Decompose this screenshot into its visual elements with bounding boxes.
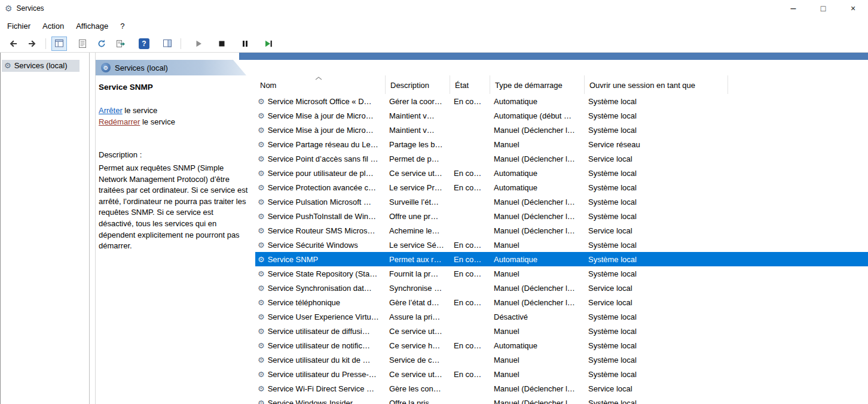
table-row[interactable]: ⚙ Service User Experience Virtu… Assure … [255,309,868,324]
table-row[interactable]: ⚙ Service téléphonique Gère l’état d… En… [255,295,868,309]
service-gear-icon: ⚙ [258,356,265,364]
service-gear-icon: ⚙ [258,313,265,321]
service-gear-icon: ⚙ [258,399,265,404]
column-header-ouvrir-session[interactable]: Ouvrir une session en tant que [585,75,728,94]
start-service-button[interactable] [191,37,206,51]
pause-icon [240,39,250,48]
service-startup-cell: Manuel (Déclencher l… [490,396,585,404]
service-gear-icon: ⚙ [258,342,265,350]
show-console-tree-button[interactable] [51,37,67,51]
table-row[interactable]: ⚙ Service Microsoft Office « D… Gérer la… [255,94,868,108]
service-logon-cell: Système local [585,338,728,353]
service-logon-cell: Service local [585,151,728,166]
service-gear-icon: ⚙ [258,184,265,192]
service-state-cell: En co… [450,166,490,180]
service-description-cell: Partage les b… [386,137,450,151]
column-header-description[interactable]: Description [386,75,450,94]
service-description-cell: Assure la pri… [386,309,450,324]
back-button[interactable] [5,37,21,51]
column-header-etat[interactable]: État [450,75,490,94]
service-description-cell: Le service Pr… [386,180,450,195]
service-logon-cell: Service local [585,381,728,396]
table-row[interactable]: ⚙ Service State Repository (Sta… Fournit… [255,266,868,281]
service-name-cell: Service utilisateur de diffusi… [268,327,370,336]
table-row[interactable]: ⚙ Service utilisateur du Presse-… Ce ser… [255,367,868,381]
service-logon-cell: Système local [585,209,728,223]
service-name-cell: Service State Repository (Sta… [268,269,378,278]
service-state-cell [450,151,490,166]
close-button[interactable]: × [838,0,868,17]
service-state-cell: En co… [450,295,490,309]
service-logon-cell: Service réseau [585,137,728,151]
menu-affichage[interactable]: Affichage [70,19,114,34]
minimize-button[interactable]: – [778,0,808,17]
restart-service-link[interactable]: Redémarrer [99,117,140,126]
table-header: Nom Description État Type de démarrage O… [255,75,868,94]
stop-service-link[interactable]: Arrêter [99,106,123,115]
console-tree-icon [54,39,64,48]
table-row[interactable]: ⚙ Service Pulsation Microsoft … Surveill… [255,195,868,209]
service-startup-cell: Manuel (Déclencher l… [490,381,585,396]
table-row[interactable]: ⚙ Service Sécurité Windows Le service Sé… [255,238,868,252]
menu-help[interactable]: ? [114,19,130,34]
service-name-cell: Service Wi-Fi Direct Service … [268,384,374,393]
service-state-cell [450,209,490,223]
table-row[interactable]: ⚙ Service Windows Insider Offre la pris…… [255,396,868,404]
service-startup-cell: Manuel [490,353,585,367]
help-button[interactable]: ? [136,37,152,51]
service-gear-icon: ⚙ [258,299,265,306]
table-row[interactable]: ⚙ Service Routeur SMS Micros… Achemine l… [255,223,868,238]
extended-view-button[interactable] [160,37,175,51]
maximize-button[interactable]: □ [808,0,838,17]
sort-ascending-icon [315,77,322,80]
table-row[interactable]: ⚙ Service utilisateur de diffusi… Ce ser… [255,324,868,338]
refresh-button[interactable] [94,37,109,51]
main-content: ⚙ Services (local) ⚙ Services (local) Se… [0,53,868,404]
tree-item-services-local[interactable]: ⚙ Services (local) [2,60,80,72]
pause-service-button[interactable] [237,37,253,51]
table-row[interactable]: ⚙ Service SNMP Permet aux r… En co… Auto… [255,252,868,266]
restart-service-button[interactable] [261,37,276,51]
stop-service-button[interactable] [214,37,230,51]
service-description-cell: Offre une pr… [386,209,450,223]
table-row[interactable]: ⚙ Service Point d’accès sans fil … Perme… [255,151,868,166]
refresh-icon [97,39,106,48]
service-name-cell: Service utilisateur du Presse-… [268,370,377,379]
export-list-button[interactable] [113,37,129,51]
column-header-type-demarrage[interactable]: Type de démarrage [490,75,585,94]
service-description-cell: Gérer la coor… [386,94,450,108]
table-row[interactable]: ⚙ Service Wi-Fi Direct Service … Gère le… [255,381,868,396]
console-tree-pane: ⚙ Services (local) [1,53,90,404]
table-row[interactable]: ⚙ Service Protection avancée c… Le servi… [255,180,868,195]
table-row[interactable]: ⚙ Service utilisateur de notific… Ce ser… [255,338,868,353]
service-startup-cell: Automatique [490,252,585,266]
pane-splitter[interactable] [90,53,96,404]
table-row[interactable]: ⚙ Service utilisateur du kit de … Servic… [255,353,868,367]
table-row[interactable]: ⚙ Service Synchronisation dat… Synchroni… [255,281,868,295]
service-logon-cell: Système local [585,238,728,252]
table-row[interactable]: ⚙ Service pour utilisateur de pl… Ce ser… [255,166,868,180]
service-startup-cell: Automatique [490,338,585,353]
service-state-cell [450,381,490,396]
service-name-cell: Service Point d’accès sans fil … [268,154,378,163]
table-row[interactable]: ⚙ Service Partage réseau du Le… Partage … [255,137,868,151]
service-state-cell [450,309,490,324]
stop-icon [217,39,227,48]
menu-fichier[interactable]: Fichier [1,19,36,34]
service-name-cell: Service Microsoft Office « D… [268,97,372,106]
properties-button[interactable] [75,37,90,51]
forward-button[interactable] [25,37,40,51]
toolbar-separator [181,38,181,49]
table-row[interactable]: ⚙ Service PushToInstall de Win… Offre un… [255,209,868,223]
service-state-cell: En co… [450,367,490,381]
table-row[interactable]: ⚙ Service Mise à jour de Micro… Maintien… [255,108,868,123]
menu-action[interactable]: Action [36,19,70,34]
service-state-cell [450,324,490,338]
service-description-cell: Ce service ut… [386,324,450,338]
service-gear-icon: ⚙ [258,169,265,177]
export-list-icon [116,39,126,48]
service-gear-icon: ⚙ [258,256,265,263]
service-description-cell: Gère les con… [386,381,450,396]
table-row[interactable]: ⚙ Service Mise à jour de Micro… Maintien… [255,123,868,137]
results-banner: ⚙ Services (local) [96,53,868,75]
